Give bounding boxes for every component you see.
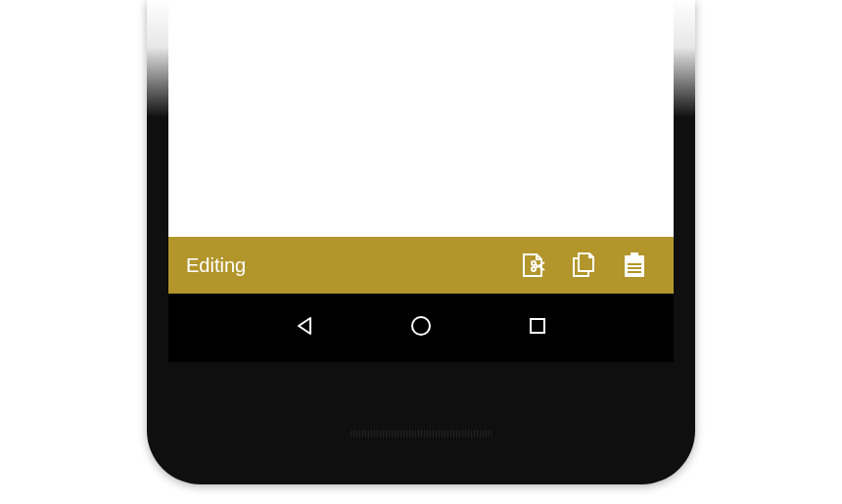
svg-rect-11 (631, 252, 638, 258)
copy-button[interactable] (558, 237, 609, 294)
toolbar-title: Editing (186, 254, 246, 277)
paste-button[interactable] (609, 237, 660, 294)
home-circle-icon (409, 314, 433, 342)
cut-button[interactable] (507, 237, 558, 294)
svg-rect-13 (531, 319, 544, 333)
nav-home-button[interactable] (404, 311, 438, 344)
svg-rect-10 (628, 271, 641, 273)
phone-speaker-grille (348, 429, 494, 438)
phone-screen: Editing (168, 0, 674, 362)
recent-square-icon (527, 315, 548, 341)
editing-toolbar: Editing (168, 237, 674, 294)
paste-icon (622, 252, 647, 279)
svg-rect-7 (625, 255, 644, 277)
copy-icon (570, 252, 597, 279)
nav-recent-button[interactable] (521, 311, 554, 344)
svg-rect-9 (628, 267, 641, 269)
android-nav-bar (168, 294, 674, 362)
back-triangle-icon (294, 315, 315, 341)
phone-frame: Editing (147, 0, 695, 484)
svg-rect-8 (628, 263, 641, 265)
cut-icon (519, 252, 546, 279)
nav-back-button[interactable] (288, 311, 321, 344)
svg-point-12 (412, 317, 430, 335)
